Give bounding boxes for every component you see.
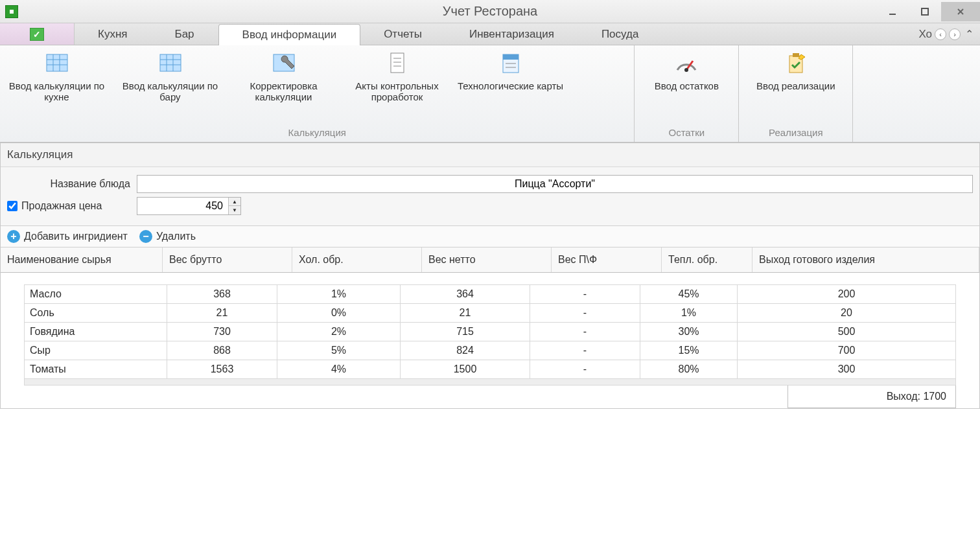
main-tabbar: Кухня Бар Ввод информации Отчеты Инвента… (0, 23, 980, 45)
clipboard-check-icon (783, 51, 809, 76)
tab-kitchen[interactable]: Кухня (75, 23, 152, 45)
tab-input[interactable]: Ввод информации (218, 24, 361, 45)
table-cell[interactable]: Сыр (25, 341, 167, 360)
ingredients-table[interactable]: Масло3681%364-45%200Соль210%21-1%20Говяд… (24, 284, 956, 385)
table-cell[interactable]: - (530, 341, 640, 360)
ribbon-calc-kitchen[interactable]: Ввод калькуляции по кухне (0, 45, 113, 124)
table-cell[interactable]: 1500 (401, 360, 530, 379)
ribbon-item-label: Акты контрольных проработок (340, 80, 454, 102)
tab-inventory[interactable]: Инвентаризация (446, 23, 578, 45)
ribbon-calc-bar[interactable]: Ввод калькуляции по бару (113, 45, 227, 124)
app-icon (5, 5, 18, 18)
ribbon-group-label: Калькуляция (0, 124, 634, 142)
svg-rect-20 (503, 54, 519, 60)
ribbon-item-label: Ввод калькуляции по кухне (0, 80, 113, 102)
maximize-button[interactable] (909, 2, 941, 21)
table-cell[interactable]: 300 (738, 360, 956, 379)
table-cell[interactable]: - (530, 323, 640, 341)
table-cell[interactable]: 0% (277, 304, 401, 323)
wrench-grid-icon (271, 51, 297, 76)
table-cell[interactable]: 368 (167, 285, 277, 304)
table-row[interactable]: Говядина7302%715-30%500 (25, 323, 956, 341)
ribbon-item-label: Корректировка калькуляции (227, 80, 340, 102)
dish-name-input[interactable] (137, 175, 973, 193)
table-cell[interactable]: 824 (401, 341, 530, 360)
close-button[interactable] (941, 2, 980, 21)
table-cell[interactable]: - (530, 285, 640, 304)
table-cell[interactable]: 80% (640, 360, 738, 379)
window-title: Учет Ресторана (0, 4, 980, 19)
ribbon-acts[interactable]: Акты контрольных проработок (340, 45, 454, 124)
price-input[interactable] (137, 200, 228, 212)
ribbon-group-label: Реализация (739, 124, 852, 142)
table-cell[interactable]: 200 (738, 285, 956, 304)
table-cell[interactable]: Соль (25, 304, 167, 323)
table-cell[interactable]: 500 (738, 323, 956, 341)
table-cell[interactable]: Томаты (25, 360, 167, 379)
price-label: Продажная цена (21, 200, 102, 212)
table-cell[interactable]: - (530, 304, 640, 323)
add-button-label: Добавить ингридиент (24, 231, 128, 242)
table-cell[interactable]: Говядина (25, 323, 167, 341)
table-cell[interactable]: 2% (277, 323, 401, 341)
table-cell[interactable]: 20 (738, 304, 956, 323)
col-header[interactable]: Вес брутто (163, 247, 292, 272)
grid-header: Наименование сырья Вес брутто Хол. обр. … (1, 247, 979, 273)
col-header[interactable]: Наименование сырья (1, 247, 163, 272)
tab-reports[interactable]: Отчеты (360, 23, 446, 45)
table-cell[interactable]: 730 (167, 323, 277, 341)
col-header[interactable]: Тепл. обр. (662, 247, 752, 272)
delete-button-label: Удалить (156, 231, 196, 242)
svg-rect-1 (922, 8, 928, 15)
table-cell[interactable]: 1563 (167, 360, 277, 379)
table-row[interactable]: Томаты15634%1500-80%300 (25, 360, 956, 379)
tab-dishes[interactable]: Посуда (578, 23, 662, 45)
table-cell[interactable]: 21 (167, 304, 277, 323)
col-header[interactable]: Вес П\Ф (552, 247, 662, 272)
add-ingredient-button[interactable]: + Добавить ингридиент (7, 230, 128, 243)
ribbon-techcards[interactable]: Технологические карты (454, 45, 567, 124)
table-cell[interactable]: 715 (401, 323, 530, 341)
table-cell[interactable]: 4% (277, 360, 401, 379)
minimize-button[interactable] (876, 2, 909, 21)
ribbon-item-label: Ввод калькуляции по бару (113, 80, 227, 102)
ribbon-calc-correct[interactable]: Корректировка калькуляции (227, 45, 340, 124)
scroll-left-button[interactable]: ‹ (935, 29, 946, 40)
table-cell[interactable]: 45% (640, 285, 738, 304)
grid-footer-total: Выход: 1700 (788, 385, 956, 408)
col-header[interactable]: Выход готового изделия (752, 247, 979, 272)
table-cell[interactable]: 21 (401, 304, 530, 323)
ribbon-balances[interactable]: Ввод остатков (635, 45, 738, 124)
table-cell[interactable]: 1% (277, 285, 401, 304)
svg-rect-15 (391, 53, 404, 73)
ribbon-realization[interactable]: Ввод реализации (739, 45, 852, 124)
table-row[interactable]: Соль210%21-1%20 (25, 304, 956, 323)
table-cell[interactable]: 30% (640, 323, 738, 341)
svg-rect-26 (793, 53, 799, 57)
tab-bar[interactable]: Бар (152, 23, 218, 45)
table-cell[interactable]: 868 (167, 341, 277, 360)
collapse-ribbon-button[interactable]: ⌃ (963, 29, 975, 40)
svg-point-24 (684, 68, 688, 72)
gauge-icon (673, 51, 699, 76)
table-cell[interactable]: - (530, 360, 640, 379)
ribbon-group-label: Остатки (635, 124, 738, 142)
scroll-right-button[interactable]: › (949, 29, 961, 40)
table-cell[interactable]: Масло (25, 285, 167, 304)
grid-body: Масло3681%364-45%200Соль210%21-1%20Говяд… (1, 273, 979, 408)
delete-ingredient-button[interactable]: − Удалить (139, 230, 196, 243)
table-cell[interactable]: 1% (640, 304, 738, 323)
spin-down-button[interactable]: ▼ (229, 206, 240, 214)
ribbon-item-label: Ввод остатков (655, 80, 719, 91)
table-cell[interactable]: 700 (738, 341, 956, 360)
col-header[interactable]: Вес нетто (422, 247, 552, 272)
spin-up-button[interactable]: ▲ (229, 198, 240, 206)
table-cell[interactable]: 5% (277, 341, 401, 360)
table-row[interactable]: Сыр8685%824-15%700 (25, 341, 956, 360)
quick-access[interactable] (0, 23, 75, 45)
price-checkbox[interactable] (7, 201, 18, 211)
table-cell[interactable]: 364 (401, 285, 530, 304)
table-row[interactable]: Масло3681%364-45%200 (25, 285, 956, 304)
col-header[interactable]: Хол. обр. (292, 247, 422, 272)
table-cell[interactable]: 15% (640, 341, 738, 360)
